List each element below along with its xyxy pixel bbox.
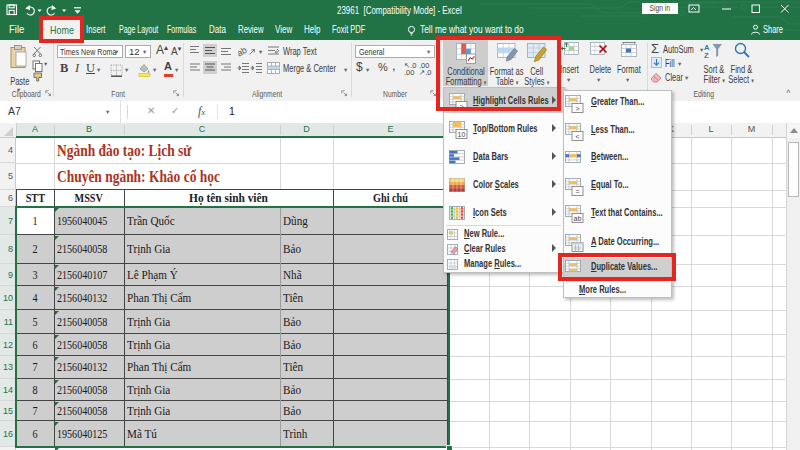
svg-text:>: > — [575, 105, 579, 112]
svg-text:10: 10 — [458, 131, 466, 138]
svg-text:Z: Z — [704, 51, 709, 59]
svg-text:=: = — [575, 187, 579, 194]
svg-text:<: < — [575, 132, 579, 139]
svg-text:ab: ab — [238, 45, 249, 58]
svg-text:ab: ab — [573, 215, 581, 222]
